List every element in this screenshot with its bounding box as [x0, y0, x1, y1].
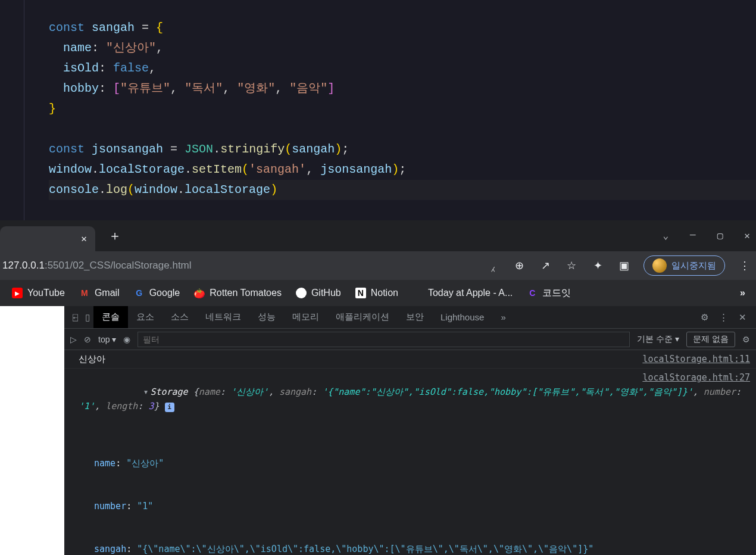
- gh-icon: [296, 288, 307, 298]
- devtools-tabs: ⍇ ▯ 콘솔요소소스네트워크성능메모리애플리케이션보안Lighthouse » …: [64, 306, 756, 329]
- devtools: ⍇ ▯ 콘솔요소소스네트워크성능메모리애플리케이션보안Lighthouse » …: [0, 306, 756, 555]
- star-icon[interactable]: ☆: [565, 259, 578, 272]
- bookmark-label: 코드잇: [542, 287, 571, 300]
- info-badge-icon[interactable]: i: [165, 403, 174, 412]
- gear-icon[interactable]: ⚙: [701, 312, 708, 323]
- console-output: 신상아 localStorage.html:11 localStorage.ht…: [64, 350, 756, 555]
- devtools-more-tabs[interactable]: »: [492, 306, 514, 328]
- avatar: [652, 258, 667, 273]
- bookmark-label: Rotten Tomatoes: [210, 288, 282, 298]
- bookmark-item[interactable]: C코드잇: [527, 287, 571, 300]
- bookmark-item[interactable]: Today at Apple - A...: [413, 288, 513, 298]
- source-link[interactable]: localStorage.html:11: [630, 352, 750, 366]
- bookmark-item[interactable]: NNotion: [355, 288, 398, 298]
- console-filter-input[interactable]: [138, 332, 630, 347]
- clear-icon[interactable]: ⊘: [84, 335, 91, 344]
- bookmark-label: YouTube: [27, 288, 65, 298]
- browser-tab[interactable]: ✕: [0, 226, 95, 251]
- page-content: [0, 306, 64, 555]
- maximize-icon[interactable]: ▢: [717, 230, 723, 242]
- bookmarks-overflow-icon[interactable]: »: [740, 288, 744, 298]
- bookmark-item[interactable]: MGmail: [79, 288, 120, 298]
- window-controls: ⌄ — ▢ ✕: [663, 230, 750, 242]
- no-icon: N: [355, 288, 366, 298]
- code-block: const sangah = { name: "신상아", isOld: fal…: [0, 18, 756, 200]
- code-editor[interactable]: const sangah = { name: "신상아", isOld: fal…: [0, 0, 756, 220]
- log-level-selector[interactable]: 기본 수준 ▾: [637, 334, 679, 345]
- chevron-down-icon[interactable]: ⌄: [663, 230, 668, 242]
- context-selector[interactable]: top ▾: [98, 335, 116, 344]
- ap-icon: [413, 288, 423, 298]
- bookmark-label: Today at Apple - A...: [428, 288, 513, 298]
- sync-paused-badge[interactable]: 일시중지됨: [643, 255, 725, 276]
- issues-button[interactable]: 문제 없음: [686, 332, 735, 347]
- bookmarks-bar: ▶YouTubeMGmailGGoogle🍅Rotten TomatoesGit…: [0, 280, 756, 306]
- source-link[interactable]: localStorage.html:27: [630, 370, 750, 385]
- zoom-icon[interactable]: ⊕: [513, 259, 526, 272]
- ci-icon: C: [527, 288, 538, 298]
- minimize-icon[interactable]: —: [690, 230, 696, 242]
- address-bar: 127.0.0.1:5501/02_CSS/localStorage.html …: [0, 251, 756, 280]
- live-expression-icon[interactable]: ◉: [123, 335, 130, 344]
- bookmark-label: GitHub: [311, 288, 341, 298]
- new-tab-button[interactable]: ＋: [108, 227, 121, 245]
- devtools-tab[interactable]: 성능: [249, 306, 284, 328]
- extensions-icon[interactable]: ✦: [591, 259, 604, 272]
- address-bar-icons: ⁁ ⊕ ↗ ☆ ✦ ▣ 일시중지됨 ⋮: [486, 255, 751, 276]
- share-icon[interactable]: ↗: [539, 259, 552, 272]
- paused-label: 일시중지됨: [671, 260, 716, 272]
- devtools-tab[interactable]: 소스: [163, 306, 197, 328]
- devtools-tab[interactable]: 콘솔: [93, 306, 128, 328]
- url-display[interactable]: 127.0.0.1:5501/02_CSS/localStorage.html: [0, 260, 192, 272]
- console-toolbar: ▷ ⊘ top ▾ ◉ 기본 수준 ▾ 문제 없음 ⚙: [64, 329, 756, 350]
- expand-icon[interactable]: ▾: [143, 385, 150, 399]
- devtools-tab[interactable]: 메모리: [284, 306, 327, 328]
- bookmark-item[interactable]: 🍅Rotten Tomatoes: [194, 288, 282, 298]
- translate-icon[interactable]: ⁁: [486, 259, 499, 272]
- close-window-icon[interactable]: ✕: [744, 230, 750, 242]
- gm-icon: M: [79, 288, 90, 298]
- devtools-close-icon[interactable]: ✕: [739, 312, 746, 323]
- kebab-menu-icon[interactable]: ⋮: [738, 259, 751, 272]
- devtools-tab[interactable]: 보안: [398, 306, 432, 328]
- kebab-icon[interactable]: ⋮: [719, 312, 728, 323]
- bookmark-label: Google: [149, 288, 180, 298]
- url-path: :5501/02_CSS/localStorage.html: [45, 260, 192, 271]
- bookmark-item[interactable]: GitHub: [296, 288, 341, 298]
- gg-icon: G: [134, 288, 145, 298]
- url-host: 127.0.0.1: [2, 260, 45, 271]
- browser-window: ✕ ＋ ⌄ — ▢ ✕ 127.0.0.1:5501/02_CSS/localS…: [0, 220, 756, 555]
- bookmark-item[interactable]: GGoogle: [134, 288, 180, 298]
- device-icon[interactable]: ▯: [82, 306, 93, 328]
- inspect-icon[interactable]: ⍇: [69, 306, 82, 328]
- object-type: Storage: [150, 386, 188, 397]
- console-message: localStorage.html:27 ▾Storage {name: '신상…: [64, 369, 756, 555]
- execute-icon[interactable]: ▷: [70, 335, 77, 344]
- sidepanel-icon[interactable]: ▣: [617, 259, 630, 272]
- bookmark-item[interactable]: ▶YouTube: [12, 288, 65, 298]
- close-icon[interactable]: ✕: [81, 233, 87, 245]
- devtools-tab[interactable]: 요소: [128, 306, 163, 328]
- devtools-panel: ⍇ ▯ 콘솔요소소스네트워크성능메모리애플리케이션보안Lighthouse » …: [64, 306, 756, 555]
- devtools-tab[interactable]: Lighthouse: [432, 306, 492, 328]
- rt-icon: 🍅: [194, 288, 205, 298]
- bookmark-label: Notion: [371, 288, 398, 298]
- yt-icon: ▶: [12, 288, 23, 298]
- devtools-tab[interactable]: 네트워크: [197, 306, 249, 328]
- browser-tab-strip: ✕ ＋ ⌄ — ▢ ✕: [0, 220, 756, 251]
- devtools-tab[interactable]: 애플리케이션: [327, 306, 398, 328]
- editor-gutter: [24, 0, 24, 220]
- console-settings-icon[interactable]: ⚙: [742, 335, 750, 344]
- bookmark-label: Gmail: [95, 288, 120, 298]
- console-message: 신상아 localStorage.html:11: [64, 350, 756, 369]
